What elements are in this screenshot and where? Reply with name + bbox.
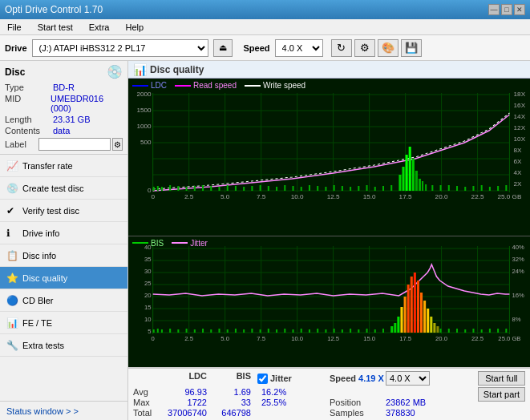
svg-text:32%: 32%: [512, 256, 525, 263]
svg-rect-60: [440, 185, 442, 191]
svg-text:12X: 12X: [514, 124, 526, 131]
svg-rect-25: [194, 186, 196, 191]
svg-text:4X: 4X: [514, 169, 523, 176]
avg-label: Avg: [133, 387, 165, 397]
save-button[interactable]: 💾: [401, 39, 422, 57]
svg-text:7.5: 7.5: [257, 193, 266, 199]
disc-label-label: Label: [5, 139, 38, 149]
svg-rect-134: [309, 329, 310, 333]
svg-text:22.5: 22.5: [471, 335, 483, 341]
color-button[interactable]: 🎨: [378, 39, 399, 57]
jitter-header-group: Jitter: [257, 371, 330, 386]
svg-text:35: 35: [144, 256, 152, 263]
menu-start-test[interactable]: Start test: [34, 21, 77, 34]
start-full-button[interactable]: Start full: [478, 371, 525, 386]
svg-text:18X: 18X: [514, 91, 526, 98]
avg-row: Avg 96.93 1.69 16.2%: [133, 387, 471, 397]
svg-rect-35: [276, 187, 277, 191]
svg-text:8%: 8%: [512, 316, 521, 323]
disc-label: Disc: [5, 67, 25, 78]
svg-rect-135: [317, 329, 318, 333]
svg-rect-58: [425, 184, 427, 191]
menu-extra[interactable]: Extra: [85, 21, 114, 34]
minimize-button[interactable]: —: [488, 4, 500, 15]
sidebar-item-transfer-rate[interactable]: 📈 Transfer rate: [0, 155, 127, 177]
speed-select[interactable]: 4.0 X: [275, 39, 323, 57]
transfer-rate-icon: 📈: [6, 160, 18, 172]
svg-rect-19: [153, 187, 155, 191]
disc-label-input[interactable]: [38, 138, 111, 151]
svg-rect-43: [342, 186, 343, 191]
menu-bar: File Start test Extra Help: [0, 19, 530, 35]
menu-help[interactable]: Help: [121, 21, 148, 34]
close-button[interactable]: ✕: [514, 4, 525, 15]
start-part-button[interactable]: Start part: [478, 387, 525, 402]
svg-text:30: 30: [144, 268, 152, 275]
start-buttons: Start full Start part: [478, 371, 525, 402]
maximize-button[interactable]: □: [501, 4, 512, 15]
svg-rect-59: [431, 185, 433, 191]
svg-text:500: 500: [140, 139, 152, 146]
svg-text:2.5: 2.5: [184, 335, 193, 341]
svg-rect-49: [390, 185, 392, 191]
svg-rect-151: [414, 273, 416, 333]
sidebar-item-create-test-disc[interactable]: 💿 Create test disc: [0, 177, 127, 200]
svg-rect-33: [260, 185, 261, 191]
disc-label-row: Label ⚙: [5, 138, 123, 151]
sidebar-item-disc-info[interactable]: 📋 Disc info: [0, 244, 127, 267]
sidebar-item-extra-tests[interactable]: 🔧 Extra tests: [0, 334, 127, 357]
svg-rect-160: [448, 329, 450, 333]
svg-rect-163: [472, 329, 474, 333]
bottom-chart-legend: BIS Jitter: [132, 239, 208, 248]
max-position-val: 23862 MB: [386, 398, 450, 407]
sidebar-item-fe-te[interactable]: 📊 FE / TE: [0, 312, 127, 334]
sidebar-item-verify-test-disc[interactable]: ✔ Verify test disc: [0, 200, 127, 222]
eject-button[interactable]: ⏏: [213, 39, 233, 57]
svg-text:1500: 1500: [136, 107, 152, 114]
svg-rect-164: [481, 329, 483, 333]
svg-text:16X: 16X: [514, 102, 526, 109]
svg-text:2X: 2X: [514, 180, 523, 188]
jitter-checkbox[interactable]: [257, 374, 268, 384]
svg-text:7.5: 7.5: [257, 335, 265, 341]
svg-rect-47: [374, 187, 376, 191]
sidebar-item-cd-bler[interactable]: 🔵 CD Bler: [0, 289, 127, 312]
menu-file[interactable]: File: [3, 21, 26, 34]
settings-button[interactable]: ⚙: [354, 39, 375, 57]
svg-rect-41: [325, 187, 326, 191]
svg-text:10.0: 10.0: [291, 335, 303, 341]
sidebar-item-drive-info[interactable]: ℹ Drive info: [0, 222, 127, 244]
disc-panel: Disc 💿 Type BD-R MID UMEBDR016 (000) Len…: [0, 61, 127, 155]
sidebar-item-label-disc-quality: Disc quality: [22, 273, 67, 283]
disc-label-btn[interactable]: ⚙: [112, 138, 123, 151]
disc-mid-row: MID UMEBDR016 (000): [5, 94, 123, 113]
svg-rect-39: [309, 185, 310, 191]
svg-text:15.0: 15.0: [363, 335, 375, 341]
svg-rect-126: [243, 329, 245, 333]
svg-rect-125: [235, 329, 237, 333]
svg-rect-136: [325, 329, 326, 333]
svg-rect-65: [481, 185, 483, 191]
drive-select[interactable]: (J:) ATAPI iHBS312 2 PL17: [32, 39, 208, 57]
max-jitter: 25.5%: [257, 398, 330, 407]
speed-target-select[interactable]: 4.0 X: [386, 371, 430, 386]
svg-rect-56: [419, 179, 421, 191]
disc-length-row: Length 23.31 GB: [5, 115, 123, 124]
sidebar-item-disc-quality[interactable]: ⭐ Disc quality: [0, 267, 127, 289]
svg-rect-46: [366, 185, 368, 191]
drive-action-icons: ↻ ⚙ 🎨 💾: [331, 39, 422, 57]
status-window-item[interactable]: Status window > >: [0, 401, 127, 420]
top-chart-legend: LDC Read speed Write speed: [132, 81, 305, 90]
svg-rect-50: [399, 175, 401, 191]
svg-rect-143: [382, 329, 384, 333]
svg-text:40%: 40%: [512, 244, 525, 251]
avg-bis: 1.69: [213, 387, 257, 397]
verify-test-disc-icon: ✔: [6, 205, 18, 216]
svg-rect-129: [268, 329, 269, 333]
refresh-button[interactable]: ↻: [331, 39, 352, 57]
total-row: Total 37006740 646798 Samples 378830: [133, 408, 471, 418]
svg-rect-27: [210, 186, 212, 191]
svg-rect-48: [382, 186, 384, 191]
speed-label: Speed: [244, 43, 270, 53]
svg-rect-51: [402, 167, 404, 191]
